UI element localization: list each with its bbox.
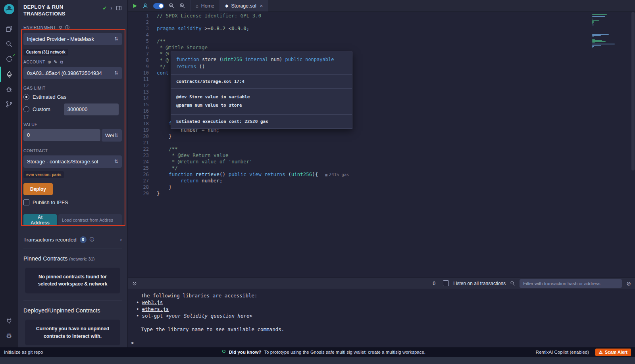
did-you-know-tip: Did you know? To prototype using the Gno…	[111, 349, 536, 355]
line-number: 23	[128, 152, 149, 159]
sidebar-item-settings[interactable]: ⚙	[0, 328, 18, 343]
minimap[interactable]	[592, 14, 629, 48]
tab-storage-label: Storage.sol	[231, 3, 256, 9]
environment-select[interactable]: Injected Provider - MetaMask ⇅	[23, 33, 122, 45]
code-token: /**	[157, 38, 166, 44]
publish-ipfs-checkbox[interactable]	[23, 199, 29, 205]
account-select[interactable]: 0xA03...85ac4 (0.398673504934 ⇅	[23, 67, 122, 79]
deploy-run-icon	[6, 71, 13, 78]
code-line[interactable]	[157, 32, 635, 38]
hover-tooltip: function store (uint256 internal num) pu…	[171, 52, 352, 129]
tab-home[interactable]: ⌂ Home	[190, 0, 220, 11]
tab-storage-sol[interactable]: ◆ Storage.sol ×	[220, 0, 268, 11]
custom-gas-label: Custom	[33, 106, 50, 112]
value-input[interactable]	[23, 129, 100, 141]
publish-ipfs-row[interactable]: Publish to IPFS	[23, 199, 122, 205]
terminal-line	[128, 319, 635, 326]
contract-select[interactable]: Storage - contracts/Storage.sol ⇅	[23, 155, 122, 168]
environment-label-row: ENVIRONMENT ⓘ	[23, 25, 122, 31]
plug-small-icon[interactable]	[58, 25, 63, 30]
code-token: num)	[268, 57, 285, 62]
copilot-toggle[interactable]	[153, 3, 164, 9]
code-token: (	[219, 57, 222, 62]
line-number: 1	[128, 13, 149, 19]
chevron-right-icon[interactable]: ›	[110, 5, 112, 11]
copilot-status[interactable]: RemixAI Copilot (enabled)	[536, 350, 589, 354]
terminal-link[interactable]: web3.js	[142, 299, 163, 305]
info-icon[interactable]: ⓘ	[90, 236, 94, 243]
code-line[interactable]: /**	[157, 38, 635, 44]
listen-transactions-checkbox[interactable]	[443, 280, 449, 286]
code-line[interactable]: }	[157, 190, 635, 197]
scam-alert-button[interactable]: ⚠ Scam Alert	[595, 349, 631, 356]
caret-updown-icon: ⇅	[114, 159, 118, 164]
terminal-line: •web3.js	[128, 299, 635, 306]
scrollbar-thumb[interactable]	[631, 12, 635, 171]
info-icon[interactable]: ⓘ	[65, 25, 69, 31]
terminal-search-icon[interactable]	[510, 281, 515, 286]
custom-gas-input[interactable]	[64, 103, 119, 115]
clear-terminal-icon[interactable]: ⊘	[626, 280, 631, 287]
sidebar-item-plugin-manager[interactable]	[0, 313, 18, 328]
sidebar-item-source-control[interactable]	[0, 97, 18, 112]
code-line[interactable]: pragma solidity >=0.8.2 <0.9.0;	[157, 25, 635, 32]
code-line[interactable]: }	[157, 133, 635, 140]
code-line[interactable]	[157, 19, 635, 25]
code-line[interactable]: * @dev Return value	[157, 152, 635, 159]
custom-gas-radio[interactable]	[23, 106, 29, 112]
sidebar-item-solidity-compiler[interactable]: ✓	[0, 52, 18, 67]
terminal[interactable]: The following libraries are accessible:•…	[128, 289, 635, 347]
zoom-out-icon[interactable]	[169, 3, 175, 9]
at-address-button[interactable]: At Address	[23, 214, 57, 226]
tip-title: Did you know?	[229, 350, 262, 354]
estimated-gas-radio[interactable]	[23, 94, 29, 100]
run-script-icon[interactable]	[133, 4, 137, 8]
estimated-gas-option[interactable]: Estimated Gas	[23, 94, 122, 100]
terminal-filter-input[interactable]	[520, 279, 622, 288]
sign-message-icon[interactable]: ✎	[54, 59, 58, 65]
minimap-line	[592, 47, 593, 48]
code-line[interactable]: return number;	[157, 178, 635, 184]
git-init-button[interactable]: Initialize as git repo	[4, 350, 111, 354]
line-number: 18	[128, 121, 149, 127]
terminal-text: The following libraries are accessible:	[141, 293, 258, 299]
sidebar-item-debugger[interactable]	[0, 82, 18, 97]
chevron-right-icon[interactable]: ›	[120, 236, 122, 243]
terminal-link[interactable]: ethers.js	[142, 306, 169, 312]
copy-account-icon[interactable]: ⧉	[60, 59, 63, 65]
code-line[interactable]: * @return value of 'number'	[157, 159, 635, 165]
at-address-input[interactable]	[58, 214, 122, 226]
transactions-recorded-row[interactable]: Transactions recorded 0 ⓘ ›	[23, 236, 122, 249]
editor-scrollbar[interactable]	[631, 12, 635, 278]
gas-text: 2415 gas	[329, 172, 349, 177]
gas-limit-label-row: GAS LIMIT	[23, 86, 122, 90]
zoom-in-icon[interactable]	[179, 3, 185, 9]
terminal-prompt-row[interactable]: >	[128, 339, 635, 346]
code-line[interactable]: function retrieve() public view returns …	[157, 171, 635, 178]
copilot-icon[interactable]	[142, 3, 148, 9]
remix-ide-app: ✓ ⚙ DEPLOY & RUN TRANSACTIONS	[0, 0, 635, 364]
code-line[interactable]	[157, 140, 635, 146]
add-account-icon[interactable]: ⊕	[48, 59, 52, 65]
code-line[interactable]: /**	[157, 146, 635, 152]
terminal-expand-icon[interactable]	[132, 281, 137, 286]
code-editor[interactable]: 1234567891011121314151617181920212223242…	[128, 12, 635, 278]
code-line[interactable]: }	[157, 184, 635, 190]
minimap-line	[592, 44, 615, 44]
gas-estimate-widget[interactable]: ▦2415 gas	[325, 172, 349, 177]
deploy-button[interactable]: Deploy	[23, 183, 53, 195]
code-line[interactable]: */	[157, 165, 635, 171]
pin-panel-icon[interactable]	[116, 5, 122, 11]
code-line[interactable]: // SPDX-License-Identifier: GPL-3.0	[157, 13, 635, 19]
code-line[interactable]: * @title Storage	[157, 44, 635, 51]
close-tab-icon[interactable]: ×	[260, 3, 263, 9]
status-bar: Initialize as git repo Did you know? To …	[0, 347, 635, 357]
sidebar-item-workspace[interactable]	[0, 21, 18, 36]
minimap-line	[592, 34, 609, 35]
value-unit-select[interactable]: Wei ⇅	[102, 129, 122, 142]
sidebar-item-search[interactable]	[0, 36, 18, 52]
minimap-line	[592, 45, 601, 46]
sidebar-item-deploy-run[interactable]	[0, 67, 18, 82]
custom-gas-option[interactable]: Custom	[23, 103, 122, 115]
remix-logo[interactable]	[2, 2, 16, 16]
